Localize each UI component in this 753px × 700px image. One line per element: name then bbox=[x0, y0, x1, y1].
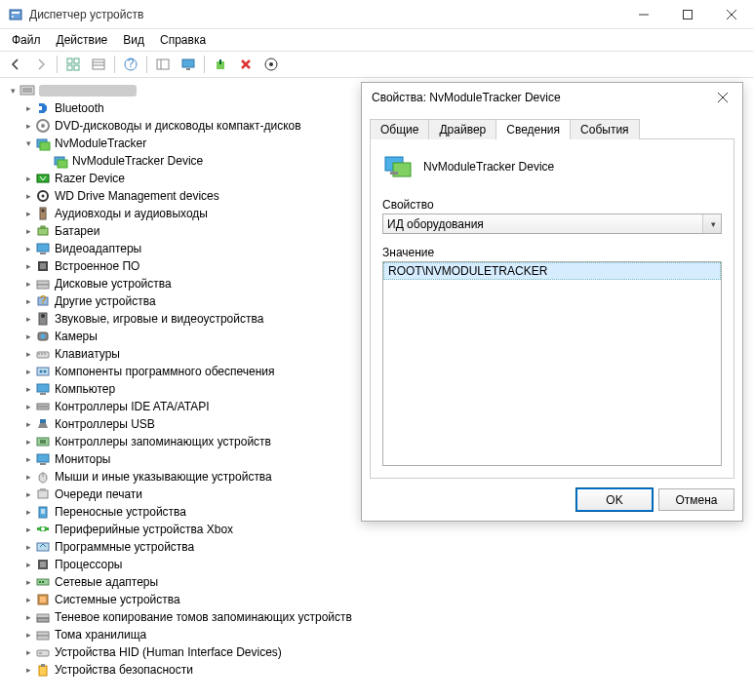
category-icon bbox=[35, 416, 51, 432]
expand-icon[interactable]: ▸ bbox=[21, 330, 35, 343]
expand-icon[interactable]: ▾ bbox=[6, 84, 20, 97]
menu-help[interactable]: Справка bbox=[152, 31, 214, 49]
tree-item[interactable]: ▸Периферийные устройства Xbox bbox=[4, 521, 753, 538]
tree-item-label: WD Drive Management devices bbox=[55, 187, 219, 205]
close-button[interactable] bbox=[709, 0, 753, 29]
toolbar-help-icon[interactable]: ? bbox=[119, 53, 142, 76]
expand-icon[interactable]: ▸ bbox=[21, 435, 35, 448]
property-label: Свойство bbox=[382, 198, 722, 212]
category-icon bbox=[35, 381, 51, 397]
forward-button[interactable] bbox=[29, 53, 53, 76]
tree-item-label: Тома хранилища bbox=[55, 626, 146, 643]
category-icon: ? bbox=[35, 293, 51, 309]
tab-driver[interactable]: Драйвер bbox=[428, 119, 496, 139]
svg-rect-73 bbox=[41, 509, 45, 514]
tree-item[interactable]: ▸Сетевые адаптеры bbox=[4, 573, 753, 591]
expand-icon[interactable]: ▸ bbox=[21, 593, 35, 606]
toolbar-details-icon[interactable] bbox=[151, 53, 175, 76]
tree-item-label: Встроенное ПО bbox=[55, 257, 139, 275]
ok-button[interactable]: OK bbox=[576, 488, 653, 511]
expand-icon[interactable]: ▸ bbox=[21, 540, 35, 554]
toolbar-list-icon[interactable] bbox=[87, 53, 110, 76]
cancel-button[interactable]: Отмена bbox=[658, 488, 734, 511]
tree-item[interactable]: ▸Теневое копирование томов запоминающих … bbox=[4, 608, 753, 626]
tab-general[interactable]: Общие bbox=[370, 119, 429, 139]
dialog-close-button[interactable] bbox=[709, 87, 736, 108]
toolbar-uninstall-icon[interactable] bbox=[234, 53, 258, 76]
expand-icon[interactable]: ▾ bbox=[21, 136, 35, 150]
tree-item-label: Очереди печати bbox=[55, 486, 142, 503]
category-icon bbox=[35, 609, 51, 625]
svg-rect-60 bbox=[40, 393, 46, 395]
expand-icon[interactable]: ▸ bbox=[21, 505, 35, 519]
expand-icon[interactable]: ▸ bbox=[21, 628, 35, 642]
device-icon bbox=[53, 153, 68, 169]
expand-icon[interactable]: ▸ bbox=[21, 207, 35, 220]
dialog-titlebar[interactable]: Свойства: NvModuleTracker Device bbox=[362, 83, 742, 112]
expand-icon[interactable]: ▸ bbox=[21, 470, 35, 484]
device-icon bbox=[382, 151, 414, 182]
tree-item-label: Компоненты программного обеспечения bbox=[55, 363, 275, 380]
category-icon bbox=[35, 399, 51, 414]
expand-icon[interactable]: ▸ bbox=[21, 259, 35, 273]
expand-icon[interactable]: ▸ bbox=[21, 382, 35, 396]
expand-icon[interactable]: ▸ bbox=[21, 277, 35, 291]
expand-icon[interactable]: ▸ bbox=[21, 294, 35, 308]
tree-item-label: Другие устройства bbox=[55, 292, 156, 310]
toolbar-grid-icon[interactable] bbox=[61, 53, 85, 76]
tree-item-label: NvModuleTracker bbox=[55, 135, 146, 152]
category-icon bbox=[35, 188, 51, 204]
expand-icon[interactable]: ▸ bbox=[21, 224, 35, 238]
category-icon bbox=[35, 346, 51, 362]
category-icon bbox=[35, 662, 51, 678]
menu-view[interactable]: Вид bbox=[115, 31, 152, 49]
expand-icon[interactable]: ▸ bbox=[21, 645, 35, 659]
expand-icon[interactable]: ▸ bbox=[21, 575, 35, 589]
expand-icon[interactable]: ▸ bbox=[21, 365, 35, 378]
expand-icon[interactable]: ▸ bbox=[21, 558, 35, 571]
expand-icon[interactable]: ▸ bbox=[21, 242, 35, 255]
expand-icon[interactable]: ▸ bbox=[21, 400, 35, 413]
expand-icon[interactable]: ▸ bbox=[21, 347, 35, 361]
menu-file[interactable]: Файл bbox=[4, 31, 49, 49]
category-icon bbox=[35, 100, 51, 116]
toolbar-monitor-icon[interactable] bbox=[177, 53, 200, 76]
expand-icon[interactable]: ▸ bbox=[21, 610, 35, 624]
expand-icon[interactable]: ▸ bbox=[21, 101, 35, 115]
toolbar-enable-icon[interactable] bbox=[209, 53, 232, 76]
expand-icon[interactable]: ▸ bbox=[21, 452, 35, 466]
expand-icon[interactable]: ▸ bbox=[21, 189, 35, 203]
minimize-button[interactable] bbox=[621, 0, 665, 29]
tree-item-label: Камеры bbox=[55, 328, 98, 345]
expand-icon[interactable]: ▸ bbox=[21, 312, 35, 326]
tree-item[interactable]: ▸Устройства безопасности bbox=[4, 661, 753, 679]
expand-icon[interactable]: ▸ bbox=[21, 172, 35, 185]
tab-details[interactable]: Сведения bbox=[495, 119, 571, 139]
maximize-button[interactable] bbox=[665, 0, 709, 29]
svg-rect-90 bbox=[37, 650, 49, 656]
tab-events[interactable]: События bbox=[570, 119, 640, 139]
tree-item[interactable]: ▸Тома хранилища bbox=[4, 626, 753, 643]
tree-item[interactable]: ▸Процессоры bbox=[4, 556, 753, 573]
expand-icon[interactable]: ▸ bbox=[21, 523, 35, 536]
svg-rect-85 bbox=[40, 597, 46, 603]
value-item[interactable]: ROOT\NVMODULETRACKER bbox=[383, 262, 721, 280]
expand-icon[interactable]: ▸ bbox=[21, 417, 35, 431]
expand-icon[interactable]: ▸ bbox=[21, 119, 35, 133]
toolbar-scan-icon[interactable] bbox=[259, 53, 283, 76]
property-dropdown[interactable]: ИД оборудования ▾ bbox=[382, 214, 722, 234]
svg-rect-0 bbox=[10, 10, 21, 19]
expand-icon[interactable]: ▸ bbox=[21, 487, 35, 501]
svg-point-28 bbox=[41, 124, 45, 128]
svg-rect-44 bbox=[37, 281, 49, 285]
svg-text:?: ? bbox=[128, 58, 135, 70]
expand-icon[interactable]: ▸ bbox=[21, 663, 35, 677]
tree-item[interactable]: ▸Устройства HID (Human Interface Devices… bbox=[4, 643, 753, 661]
menu-action[interactable]: Действие bbox=[49, 31, 116, 49]
main-titlebar: Диспетчер устройств bbox=[0, 0, 753, 29]
back-button[interactable] bbox=[4, 53, 27, 76]
tree-item[interactable]: ▸Системные устройства bbox=[4, 591, 753, 608]
tree-item[interactable]: ▸Программные устройства bbox=[4, 538, 753, 556]
svg-rect-56 bbox=[37, 368, 49, 375]
value-listbox[interactable]: ROOT\NVMODULETRACKER bbox=[382, 261, 722, 466]
